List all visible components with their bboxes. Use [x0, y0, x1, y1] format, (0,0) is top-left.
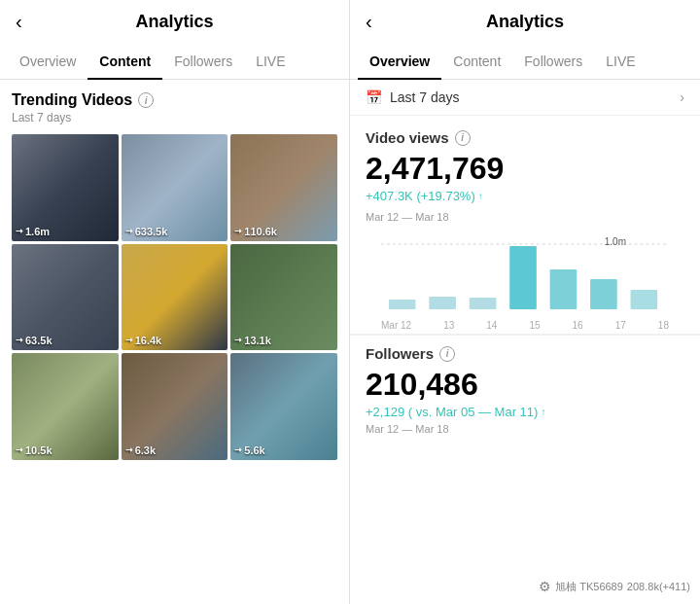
- chart-peak-label: 1.0m: [605, 236, 626, 247]
- video-cell-3[interactable]: ↗ 110.6k: [230, 134, 337, 241]
- left-panel: ‹ Analytics Overview Content Followers L…: [0, 0, 350, 604]
- right-panel: ‹ Analytics Overview Content Followers L…: [350, 0, 700, 604]
- followers-title: Followers: [366, 345, 434, 362]
- video-label-6: ↗ 13.1k: [234, 335, 271, 346]
- arrow-icon-9: ↗: [232, 444, 245, 457]
- svg-rect-1: [389, 300, 416, 309]
- video-cell-6[interactable]: ↗ 13.1k: [230, 244, 337, 351]
- arrow-icon-7: ↗: [14, 444, 26, 457]
- video-label-7: ↗ 10.5k: [16, 444, 52, 456]
- arrow-icon-3: ↗: [232, 225, 245, 237]
- video-views-info-icon[interactable]: i: [455, 130, 471, 146]
- x-label-1: Mar 12: [381, 320, 411, 331]
- x-label-6: 17: [615, 320, 626, 331]
- video-label-3: ↗ 110.6k: [234, 226, 277, 237]
- video-cell-7[interactable]: ↗ 10.5k: [12, 353, 119, 460]
- trend-up-icon: ↑: [478, 191, 483, 201]
- left-page-title: Analytics: [135, 12, 213, 32]
- tab-followers-right[interactable]: Followers: [512, 44, 594, 79]
- followers-date-range: Mar 12 — Mar 18: [366, 423, 684, 435]
- followers-trend: +2,129 ( vs. Mar 05 — Mar 11) ↑: [366, 405, 684, 419]
- video-views-value: 2,471,769: [366, 152, 684, 186]
- video-label-2: ↗ 633.5k: [125, 226, 168, 237]
- arrow-icon-4: ↗: [14, 335, 26, 347]
- trending-title-row: Trending Videos i: [12, 91, 337, 109]
- followers-trend-icon: ↑: [541, 407, 545, 417]
- followers-value: 210,486: [366, 368, 684, 402]
- x-label-3: 14: [486, 320, 497, 331]
- tab-overview-left[interactable]: Overview: [8, 44, 88, 79]
- date-filter-text: Last 7 days: [390, 89, 460, 105]
- chevron-right-icon: ›: [680, 89, 684, 105]
- arrow-icon-2: ↗: [122, 225, 135, 237]
- x-label-5: 16: [573, 320, 583, 331]
- trending-subtitle: Last 7 days: [12, 111, 337, 124]
- chart-svg: [381, 236, 669, 314]
- video-views-title-row: Video views i: [366, 129, 684, 146]
- video-views-trend: +407.3K (+19.73%) ↑: [366, 189, 684, 203]
- tab-content-right[interactable]: Content: [441, 44, 512, 79]
- x-label-7: 18: [658, 320, 669, 331]
- video-label-5: ↗ 16.4k: [125, 335, 162, 346]
- right-back-button[interactable]: ‹: [366, 11, 372, 33]
- right-header: ‹ Analytics: [350, 0, 700, 44]
- tab-followers-left[interactable]: Followers: [162, 44, 244, 79]
- watermark-subtext: 208.8k(+411): [627, 581, 690, 592]
- trending-title: Trending Videos: [12, 91, 132, 109]
- svg-rect-3: [470, 298, 497, 309]
- video-cell-9[interactable]: ↗ 5.6k: [230, 353, 337, 460]
- video-cell-1[interactable]: ↗ 1.6m: [12, 134, 119, 241]
- left-content: Trending Videos i Last 7 days ↗ 1.6m ↗ 6…: [0, 80, 349, 604]
- tab-live-left[interactable]: LIVE: [244, 44, 297, 79]
- watermark-icon: ⚙: [539, 579, 551, 594]
- video-label-4: ↗ 63.5k: [16, 335, 52, 346]
- left-tabs: Overview Content Followers LIVE: [0, 44, 349, 80]
- tab-content-left[interactable]: Content: [88, 44, 162, 79]
- date-filter-left: 📅 Last 7 days: [366, 89, 460, 105]
- date-filter-row[interactable]: 📅 Last 7 days ›: [350, 80, 700, 116]
- followers-section: Followers i 210,486 +2,129 ( vs. Mar 05 …: [350, 335, 700, 443]
- svg-rect-4: [509, 246, 537, 309]
- tab-overview-right[interactable]: Overview: [358, 44, 441, 79]
- chart-x-labels: Mar 12 13 14 15 16 17 18: [366, 318, 684, 331]
- video-views-date-range: Mar 12 — Mar 18: [366, 211, 684, 223]
- svg-rect-5: [550, 269, 578, 309]
- left-header: ‹ Analytics: [0, 0, 349, 44]
- followers-info-icon[interactable]: i: [439, 346, 455, 362]
- video-label-8: ↗ 6.3k: [125, 444, 156, 456]
- arrow-icon-6: ↗: [232, 335, 245, 347]
- trending-info-icon[interactable]: i: [138, 92, 154, 108]
- followers-title-row: Followers i: [366, 345, 684, 362]
- arrow-icon-1: ↗: [14, 225, 26, 237]
- video-views-title: Video views: [366, 129, 449, 146]
- video-cell-8[interactable]: ↗ 6.3k: [122, 353, 228, 460]
- video-grid: ↗ 1.6m ↗ 633.5k ↗ 110.6k: [12, 134, 337, 460]
- chart-container: 1.0m Mar 12 13 14 15 16: [350, 236, 700, 334]
- x-label-4: 15: [529, 320, 540, 331]
- left-back-button[interactable]: ‹: [16, 11, 22, 33]
- svg-rect-7: [631, 290, 658, 309]
- video-views-section: Video views i 2,471,769 +407.3K (+19.73%…: [350, 116, 700, 236]
- right-page-title: Analytics: [486, 12, 564, 32]
- watermark-text: 旭柚 TK56689: [555, 580, 623, 594]
- watermark: ⚙ 旭柚 TK56689 208.8k(+411): [539, 579, 690, 594]
- svg-rect-2: [429, 297, 456, 309]
- x-label-2: 13: [443, 320, 454, 331]
- video-label-1: ↗ 1.6m: [16, 226, 50, 237]
- video-cell-5[interactable]: ↗ 16.4k: [122, 244, 228, 351]
- arrow-icon-8: ↗: [122, 444, 135, 457]
- video-cell-2[interactable]: ↗ 633.5k: [122, 134, 228, 241]
- arrow-icon-5: ↗: [122, 335, 135, 347]
- svg-rect-6: [590, 279, 617, 309]
- right-tabs: Overview Content Followers LIVE: [350, 44, 700, 80]
- tab-live-right[interactable]: LIVE: [594, 44, 647, 79]
- video-cell-4[interactable]: ↗ 63.5k: [12, 244, 119, 351]
- calendar-icon: 📅: [366, 89, 382, 105]
- video-label-9: ↗ 5.6k: [234, 444, 264, 456]
